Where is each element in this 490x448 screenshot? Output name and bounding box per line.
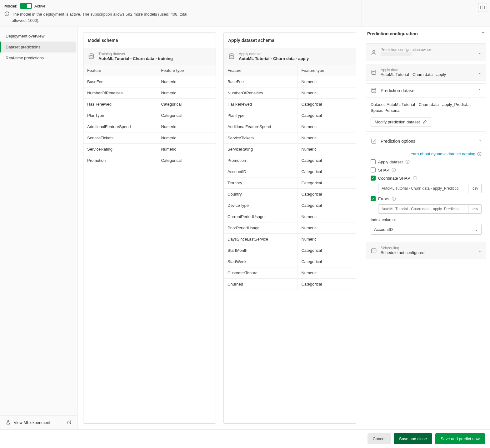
prediction-options-section[interactable]: Prediction options ⌃ [366, 134, 486, 148]
prediction-options-title: Prediction options [381, 139, 474, 144]
cancel-button[interactable]: Cancel [368, 433, 391, 444]
feature-cell: AccountID [224, 166, 297, 177]
panel-toggle-button[interactable] [478, 3, 487, 12]
dataset-value: Dataset: AutoML Tutorial - Churn data - … [371, 102, 482, 107]
feature-cell: AdditionalFeatureSpend [224, 121, 297, 132]
edit-icon [422, 120, 427, 124]
table-row: ServiceTicketsNumeric [224, 132, 356, 144]
feature-cell: Territory [224, 177, 297, 188]
info-icon[interactable] [392, 197, 396, 201]
svg-point-20 [394, 169, 394, 169]
table-row: CustomerTenureNumeric [224, 267, 356, 279]
coordinate-shap-filename-input[interactable]: AutoML Tutorial - Churn data - apply_Pre… [378, 184, 468, 193]
type-cell: Numeric [297, 132, 356, 143]
chevron-down-icon: ⌄ [478, 50, 482, 55]
svg-point-14 [479, 153, 480, 153]
apply-data-section[interactable]: Apply data AutoML Tutorial - Churn data … [366, 64, 486, 81]
scheduling-label: Scheduling [381, 246, 474, 250]
table-row: ServiceRatingNumeric [83, 144, 216, 155]
feature-cell: Promotion [83, 155, 157, 166]
sidebar-item-dataset-predictions[interactable]: Dataset predictions [0, 42, 76, 52]
save-and-predict-button[interactable]: Save and predict now [435, 433, 485, 444]
owner-value-redacted [381, 52, 412, 56]
sidebar-item-deployment-overview[interactable]: Deployment overview [0, 31, 77, 42]
feature-cell: NumberOfPenalties [83, 87, 157, 98]
apply-data-label: Apply data [381, 68, 474, 72]
table-row: StartMonthCategorical [224, 245, 356, 256]
table-row: DaysSinceLastServiceNumeric [224, 234, 356, 245]
apply-schema-panel: Apply dataset schema Apply dataset AutoM… [223, 32, 356, 424]
type-cell: Categorical [297, 279, 356, 290]
table-row: AdditionalFeatureSpendNumeric [83, 121, 216, 132]
type-cell: Numeric [297, 222, 356, 233]
errors-checkbox[interactable]: ✓ [371, 196, 376, 201]
type-cell: Numeric [297, 211, 356, 222]
database-icon [371, 69, 377, 76]
type-cell: Numeric [157, 87, 216, 98]
info-icon [477, 152, 482, 156]
table-row: StartWeekCategorical [224, 256, 356, 267]
apply-dataset-option-label: Apply dataset [378, 160, 403, 164]
type-cell: Numeric [157, 132, 216, 143]
database-icon [371, 87, 377, 94]
info-icon[interactable] [413, 176, 417, 180]
table-row: NumberOfPenaltiesNumeric [83, 87, 216, 99]
prediction-config-panel: Prediction configuration ⌃ Prediction co… [362, 27, 490, 429]
type-cell: Categorical [157, 155, 216, 166]
type-cell: Numeric [297, 144, 356, 155]
save-and-close-button[interactable]: Save and close [394, 433, 432, 444]
chevron-down-icon: ⌄ [478, 70, 482, 75]
svg-point-23 [415, 177, 415, 177]
view-ml-experiment-link[interactable]: View ML experiment [0, 415, 77, 429]
type-cell: Categorical [297, 177, 356, 188]
training-dataset-label: Training dataset [98, 52, 173, 56]
training-dataset-name: AutoML Tutorial - Churn data - training [98, 56, 173, 61]
table-row: HasRenewedCategorical [83, 99, 216, 110]
modify-dataset-button[interactable]: Modify prediction dataset [371, 117, 431, 127]
user-icon [371, 49, 377, 56]
apply-dataset-label: Apply dataset [239, 52, 309, 56]
feature-cell: CurrentPeriodUsage [224, 211, 297, 222]
feature-cell: NumberOfPenalties [224, 87, 297, 98]
model-schema-title: Model schema [83, 33, 216, 48]
sidebar-item-realtime-predictions[interactable]: Real-time predictions [0, 52, 77, 63]
feature-cell: BaseFee [224, 76, 297, 87]
feature-cell: AdditionalFeatureSpend [83, 121, 157, 132]
svg-rect-27 [372, 249, 376, 253]
index-column-select[interactable]: AccountID ⌄ [371, 224, 482, 235]
feature-cell: PlanType [224, 110, 297, 121]
chevron-up-icon: ⌃ [478, 88, 482, 93]
coordinate-shap-checkbox[interactable]: ✓ [371, 176, 376, 181]
space-value: Space: Personal [371, 108, 482, 113]
active-text: Active [34, 4, 45, 8]
chevron-up-icon[interactable]: ⌃ [481, 31, 485, 36]
col-type-header: Feature type [157, 65, 216, 76]
learn-link[interactable]: Learn about dynamic dataset naming [408, 152, 482, 156]
footer: Cancel Save and close Save and predict n… [0, 429, 490, 448]
table-row: PlanTypeCategorical [83, 110, 216, 121]
model-active-toggle[interactable] [20, 3, 32, 9]
database-icon [228, 53, 235, 60]
scheduling-section[interactable]: Scheduling Schedule not configured ⌄ [366, 242, 486, 259]
type-cell: Categorical [297, 245, 356, 256]
info-icon[interactable] [405, 160, 410, 164]
model-schema-panel: Model schema Training dataset AutoML Tut… [83, 32, 216, 424]
shap-label: SHAP [378, 168, 389, 172]
model-label: Model: [4, 4, 18, 8]
errors-filename-input[interactable]: AutoML Tutorial - Churn data - apply_Pre… [378, 204, 468, 214]
apply-schema-title: Apply dataset schema [224, 33, 356, 48]
type-cell: Categorical [297, 99, 356, 110]
info-icon[interactable] [392, 168, 396, 172]
type-cell: Categorical [297, 110, 356, 121]
col-feature-header: Feature [224, 65, 297, 76]
feature-cell: StartMonth [224, 245, 297, 256]
table-row: AccountIDCategorical [224, 166, 356, 177]
apply-dataset-checkbox[interactable] [371, 159, 376, 164]
shap-checkbox[interactable] [371, 167, 376, 172]
type-cell: Categorical [297, 189, 356, 200]
view-ml-experiment-label: View ML experiment [14, 420, 50, 425]
feature-cell: ServiceTickets [83, 132, 157, 143]
prediction-dataset-section[interactable]: Prediction dataset ⌃ [366, 84, 486, 97]
feature-cell: BaseFee [83, 76, 157, 87]
owner-section[interactable]: Prediction configuration owner ⌄ [366, 44, 486, 61]
